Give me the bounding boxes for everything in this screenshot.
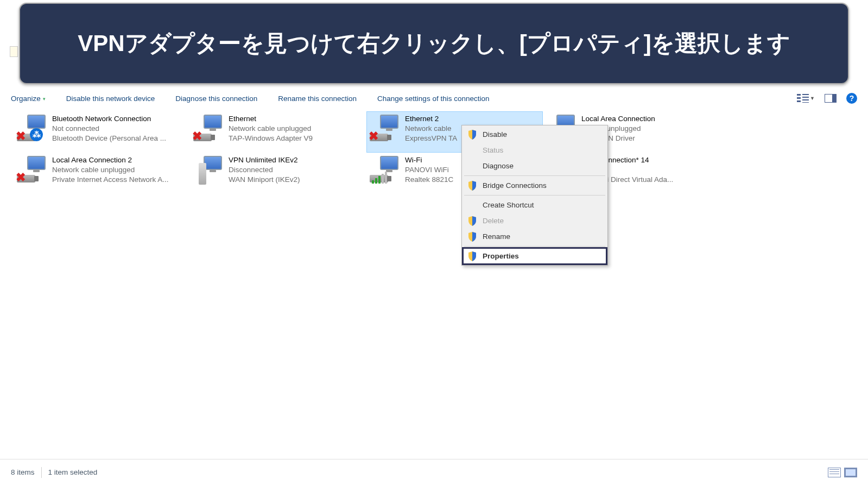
rename-button[interactable]: Rename this connection (278, 95, 357, 103)
context-item-label: Status (483, 146, 503, 154)
shield-icon (467, 161, 477, 171)
context-separator (464, 246, 605, 247)
shield-icon (467, 232, 477, 242)
adapter-item[interactable]: ✖Local Area Connection 2Network cable un… (14, 153, 190, 194)
adapter-text: EthernetNetwork cable unpluggedTAP-Windo… (229, 114, 313, 150)
preview-pane-button[interactable] (825, 94, 837, 103)
status-view-icons (828, 468, 857, 477)
shield-icon (467, 181, 477, 191)
adapter-status: Not connected (52, 124, 166, 134)
command-bar-right: ▼ ? (797, 93, 857, 104)
context-item-rename[interactable]: Rename (463, 229, 606, 244)
adapter-text: Bluetooth Network ConnectionNot connecte… (52, 114, 166, 150)
adapter-text: VPN Unlimited IKEv2DisconnectedWAN Minip… (229, 155, 300, 192)
adapter-icon: ✖ (17, 155, 47, 185)
adapter-item[interactable]: ✖EthernetNetwork cable unpluggedTAP-Wind… (190, 111, 366, 153)
adapter-item[interactable]: VPN Unlimited IKEv2DisconnectedWAN Minip… (190, 153, 366, 194)
adapter-name: Bluetooth Network Connection (52, 114, 166, 124)
adapter-name: Local Area Connection (581, 114, 655, 124)
context-item-delete: Delete (463, 213, 606, 229)
context-separator (464, 175, 605, 176)
adapter-item[interactable]: ✖⁂Bluetooth Network ConnectionNot connec… (14, 111, 190, 153)
adapter-icon (193, 155, 223, 185)
view-options-button[interactable]: ▼ (797, 94, 815, 103)
address-bar-fragment (10, 46, 18, 57)
adapters-area: ✖⁂Bluetooth Network ConnectionNot connec… (14, 111, 854, 452)
adapter-device: Realtek 8821C (405, 175, 453, 185)
context-item-label: Rename (483, 232, 510, 241)
adapter-device: Bluetooth Device (Personal Area ... (52, 134, 166, 143)
shield-icon (467, 146, 477, 155)
adapter-text: Local Area Connection 2Network cable unp… (52, 155, 169, 192)
view-details-icon[interactable] (844, 468, 857, 477)
organize-menu[interactable]: Organize (11, 95, 46, 103)
change-settings-button[interactable]: Change settings of this connection (377, 95, 489, 103)
shield-icon (467, 216, 477, 226)
context-item-disable[interactable]: Disable (463, 127, 606, 142)
adapter-icon: ✖ (193, 114, 223, 143)
help-icon[interactable]: ? (846, 93, 857, 104)
instruction-banner: VPNアダプターを見つけて右クリックし、[プロパティ]を選択します (19, 3, 849, 84)
command-bar-left: Organize Disable this network device Dia… (11, 95, 489, 103)
shield-icon (467, 251, 477, 261)
adapter-status: Disconnected (229, 165, 300, 175)
context-item-label: Diagnose (483, 162, 514, 170)
adapter-icon (370, 155, 400, 185)
adapter-name: Local Area Connection 2 (52, 155, 169, 165)
adapter-text: Ethernet 2Network cableExpressVPN TA (405, 114, 457, 150)
context-item-label: Properties (483, 252, 519, 260)
context-item-diagnose[interactable]: Diagnose (463, 158, 606, 174)
adapter-name: Ethernet (229, 114, 313, 124)
adapter-icon: ✖ (370, 114, 400, 143)
adapter-device: Private Internet Access Network A... (52, 175, 169, 185)
view-list-icon (797, 94, 809, 103)
status-selection: 1 item selected (48, 468, 98, 476)
shield-icon (467, 130, 477, 140)
adapter-status: PANOVI WiFi (405, 165, 453, 175)
adapter-device: WAN Miniport (IKEv2) (229, 175, 300, 185)
command-bar: Organize Disable this network device Dia… (0, 90, 868, 106)
context-menu: DisableStatusDiagnoseBridge ConnectionsC… (461, 125, 608, 266)
shield-icon (467, 200, 477, 210)
context-item-label: Delete (483, 217, 504, 225)
adapter-text: Wi-FiPANOVI WiFiRealtek 8821C (405, 155, 453, 192)
adapter-name: Wi-Fi (405, 155, 453, 165)
adapter-device: ExpressVPN TA (405, 134, 457, 143)
adapter-status: Network cable unplugged (52, 165, 169, 175)
disable-device-button[interactable]: Disable this network device (66, 95, 155, 103)
adapter-icon: ✖⁂ (17, 114, 47, 143)
adapter-name: Ethernet 2 (405, 114, 457, 124)
context-separator (464, 195, 605, 196)
status-separator (41, 467, 42, 478)
chevron-down-icon: ▼ (810, 96, 815, 101)
context-item-label: Bridge Connections (483, 181, 547, 190)
diagnose-button[interactable]: Diagnose this connection (175, 95, 257, 103)
view-large-icon[interactable] (828, 468, 841, 477)
adapter-status: Network cable unplugged (229, 124, 313, 134)
adapter-device: TAP-Windows Adapter V9 (229, 134, 313, 143)
adapter-status: Network cable (405, 124, 457, 134)
instruction-text: VPNアダプターを見つけて右クリックし、[プロパティ]を選択します (78, 29, 790, 59)
context-item-bridge-connections[interactable]: Bridge Connections (463, 178, 606, 193)
status-item-count: 8 items (11, 468, 35, 476)
context-item-create-shortcut[interactable]: Create Shortcut (463, 197, 606, 213)
adapter-name: VPN Unlimited IKEv2 (229, 155, 300, 165)
context-item-status: Status (463, 142, 606, 158)
status-bar: 8 items 1 item selected (0, 459, 868, 485)
context-item-properties[interactable]: Properties (463, 248, 606, 264)
context-item-label: Create Shortcut (483, 201, 534, 209)
context-item-label: Disable (483, 130, 507, 138)
